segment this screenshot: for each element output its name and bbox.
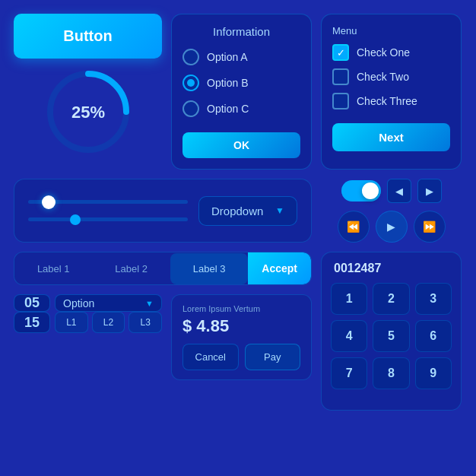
tabs-row: Label 1 Label 2 Label 3 Accept <box>14 252 312 285</box>
option-dropdown[interactable]: Option ▼ <box>55 294 162 312</box>
radio-dot-b <box>187 79 195 87</box>
dropdown-label: Dropdown <box>211 205 263 217</box>
slider-track-top[interactable] <box>28 200 188 204</box>
numpad-card: 0012487 1 2 3 4 5 6 7 8 9 <box>321 252 462 411</box>
playback-row: ⏪ ▶ ⏩ <box>338 211 446 243</box>
radio-circle-b[interactable] <box>182 75 199 91</box>
check-item-three[interactable]: Check Three <box>332 93 450 109</box>
rewind-button[interactable]: ⏪ <box>338 211 370 243</box>
dropdown-arrow-icon: ▼ <box>275 205 284 216</box>
slider-thumb-1[interactable] <box>42 195 56 209</box>
progress-circle-container: 25% <box>14 66 162 157</box>
checkbox-one[interactable]: ✓ <box>332 44 349 61</box>
tab-label-3[interactable]: Label 3 <box>170 253 248 284</box>
payment-label-text: Lorem Ipsum Vertum <box>182 304 300 313</box>
info-card: Information Option A Option B Option C O… <box>171 14 312 170</box>
primary-button[interactable]: Button <box>14 14 162 59</box>
media-controls: ◀ ▶ ⏪ ▶ ⏩ <box>321 179 462 243</box>
check-label-two: Check Two <box>357 71 409 83</box>
numpad-key-6[interactable]: 6 <box>415 320 452 352</box>
numpad-grid: 1 2 3 4 5 6 7 8 9 <box>331 283 452 389</box>
progress-circle: 25% <box>43 66 134 157</box>
numpad-display: 0012487 <box>331 262 452 275</box>
sub-label-btns: L1 L2 L3 <box>55 312 162 333</box>
radio-option-b[interactable]: Option B <box>182 75 300 91</box>
cancel-button[interactable]: Cancel <box>182 344 239 370</box>
radio-circle-c[interactable] <box>182 100 199 117</box>
pay-button[interactable]: Pay <box>245 344 301 370</box>
radio-circle-a[interactable] <box>182 49 199 65</box>
toggle-switch[interactable] <box>341 180 381 202</box>
ok-button[interactable]: OK <box>182 132 300 158</box>
menu-card: Menu ✓ Check One Check Two Check Three N… <box>321 14 462 170</box>
check-item-two[interactable]: Check Two <box>332 68 450 85</box>
option-label: Option <box>63 297 94 309</box>
fast-forward-button[interactable]: ⏩ <box>414 211 446 243</box>
numpad-key-1[interactable]: 1 <box>331 283 367 315</box>
numpad-key-4[interactable]: 4 <box>331 320 367 352</box>
check-label-three: Check Three <box>357 95 417 107</box>
numpad-key-8[interactable]: 8 <box>373 357 409 389</box>
accept-button[interactable]: Accept <box>248 252 311 284</box>
numpad-key-9[interactable]: 9 <box>415 357 452 389</box>
checkmark-one: ✓ <box>337 48 345 58</box>
num-box-2: 15 <box>14 312 50 333</box>
numpad-key-5[interactable]: 5 <box>373 320 409 352</box>
radio-label-a: Option A <box>207 51 248 63</box>
bottom-left: 05 Option ▼ 15 L1 L2 L3 <box>14 294 162 380</box>
menu-title: Menu <box>332 25 450 36</box>
stepper-row-2: 15 L1 L2 L3 <box>14 312 162 333</box>
sub-label-btn-l2[interactable]: L2 <box>92 312 125 333</box>
next-arrow-button[interactable]: ▶ <box>417 179 442 203</box>
numpad-key-7[interactable]: 7 <box>331 357 367 389</box>
tab-label-2[interactable]: Label 2 <box>92 253 170 284</box>
payment-buttons: Cancel Pay <box>182 344 300 370</box>
tab-label-1[interactable]: Label 1 <box>14 253 92 284</box>
numpad-key-3[interactable]: 3 <box>415 283 452 315</box>
num-box-1: 05 <box>14 294 50 312</box>
slider-track-bottom[interactable] <box>28 217 188 221</box>
radio-label-b: Option B <box>207 77 248 89</box>
slider-thumb-2[interactable] <box>70 214 81 225</box>
slider-wrapper <box>28 200 188 221</box>
slider-dropdown-row: Dropdown ▼ <box>14 179 312 243</box>
dropdown-select[interactable]: Dropdown ▼ <box>198 196 297 226</box>
checkbox-two[interactable] <box>332 68 349 85</box>
next-button[interactable]: Next <box>332 123 450 151</box>
check-item-one[interactable]: ✓ Check One <box>332 44 450 61</box>
toggle-arrows-row: ◀ ▶ <box>341 179 442 203</box>
option-dropdown-arrow-icon: ▼ <box>145 299 154 308</box>
check-label-one: Check One <box>357 46 410 59</box>
radio-option-a[interactable]: Option A <box>182 49 300 65</box>
sub-label-btn-l1[interactable]: L1 <box>55 312 88 333</box>
checkbox-three[interactable] <box>332 93 349 109</box>
prev-arrow-button[interactable]: ◀ <box>387 179 411 203</box>
numpad-key-2[interactable]: 2 <box>373 283 409 315</box>
sub-label-btn-l3[interactable]: L3 <box>129 312 162 333</box>
progress-text: 25% <box>71 103 104 122</box>
play-button[interactable]: ▶ <box>376 211 408 243</box>
radio-label-c: Option C <box>207 103 249 115</box>
payment-card: Lorem Ipsum Vertum $ 4.85 Cancel Pay <box>171 294 312 380</box>
payment-amount: $ 4.85 <box>182 316 300 336</box>
top-left-col: Button 25% <box>14 14 162 157</box>
info-card-title: Information <box>182 25 300 38</box>
stepper-row-1: 05 Option ▼ <box>14 294 162 312</box>
toggle-knob <box>362 182 379 199</box>
radio-option-c[interactable]: Option C <box>182 100 300 117</box>
